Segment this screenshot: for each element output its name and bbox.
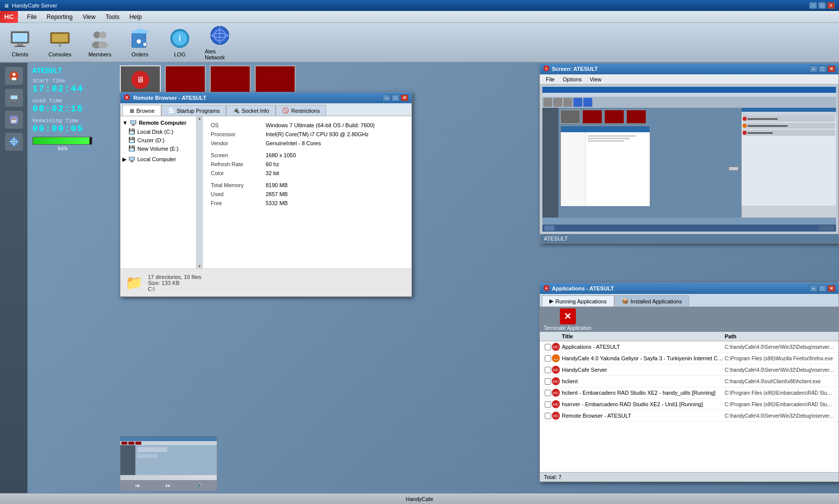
rb-close[interactable]: ✕ <box>401 94 409 101</box>
close-btn[interactable]: ✕ <box>827 2 835 9</box>
scroll-up[interactable]: ▲ <box>197 116 202 121</box>
apps-row-2[interactable]: 🦊 HandyCafe 4.0 Yakında Geliyor - Sayfa … <box>540 353 839 364</box>
toolbar-clients[interactable]: Clients <box>5 27 35 57</box>
tab-socket[interactable]: 🔌 Socket Info <box>226 105 276 116</box>
prev-tray <box>819 226 834 231</box>
apps-row-4[interactable]: HC hclient C:\handyCafe\4.0\out\Client\x… <box>540 376 839 387</box>
svg-rect-24 <box>10 95 17 99</box>
apps-row-5-path: C:\Program Files (x86)\Embarcadero\RAD S… <box>725 390 835 396</box>
socket-tab-icon: 🔌 <box>233 107 240 114</box>
tab-running-apps[interactable]: ▶ Running Applications <box>542 295 614 306</box>
prev-menubar <box>542 93 836 97</box>
toolbar-consoles[interactable]: Consoles <box>45 27 75 57</box>
client-thumb-1[interactable] <box>165 65 206 94</box>
disk-icon-e: 💾 <box>128 145 135 152</box>
menu-help[interactable]: Help <box>124 11 147 22</box>
sidebar-icon-3[interactable]: ☕ <box>5 111 23 129</box>
menu-file[interactable]: File <box>22 11 41 22</box>
tree-root[interactable]: ▼ Remote Computer <box>122 118 200 127</box>
apps-row-7-icon: HC <box>552 412 560 420</box>
apps-close[interactable]: ✕ <box>828 285 836 292</box>
tab-startup[interactable]: 📄 Startup Programs <box>161 105 226 116</box>
prev-main <box>558 108 741 218</box>
apps-footer: Total: 7 <box>540 472 839 482</box>
apps-maximize[interactable]: □ <box>819 285 827 292</box>
toolbar-orders[interactable]: Orders <box>125 27 155 57</box>
apps-row-3[interactable]: HC HandyCafe Server C:\handyCafe\4.0\Ser… <box>540 364 839 376</box>
prev-row3-icon <box>743 131 747 135</box>
apps-row-2-check[interactable] <box>544 355 552 362</box>
screen-menu-file[interactable]: File <box>542 76 559 82</box>
svg-rect-36 <box>131 121 135 124</box>
apps-row-1-check[interactable] <box>544 344 552 350</box>
apps-row-7[interactable]: HC Remote Browser - ATESULT C:\handyCafe… <box>540 410 839 422</box>
rb-maximize[interactable]: □ <box>392 94 400 101</box>
apps-row-4-check[interactable] <box>544 378 552 385</box>
tree-local[interactable]: ▶ Local Computer <box>122 155 200 164</box>
tree-item-d[interactable]: 💾 Cruzer (D:) <box>128 136 200 144</box>
apps-row-5[interactable]: HC hclient - Embarcadero RAD Studio XE2 … <box>540 387 839 399</box>
toolbar-ates[interactable]: Ates Network <box>205 24 235 60</box>
apps-row-6[interactable]: HC hserver - Embarcadero RAD Studio XE2 … <box>540 399 839 410</box>
apps-col-check-header <box>544 333 554 339</box>
apps-row-3-check[interactable] <box>544 367 552 373</box>
tree-item-e[interactable]: 💾 New Volume (E:) <box>128 144 200 153</box>
svg-text:R: R <box>125 96 128 99</box>
tree-item-c[interactable]: 💾 Local Disk (C:) <box>128 127 200 136</box>
screen-close[interactable]: ✕ <box>828 65 836 72</box>
thumb-icon-3 <box>135 442 141 445</box>
info-free: Free 5332 MB <box>211 200 404 206</box>
apps-row-3-title: HandyCafe Server <box>562 367 725 373</box>
toolbar-log[interactable]: i LOG <box>165 27 195 57</box>
prev-right-menu <box>742 112 836 115</box>
screen-menu-view[interactable]: View <box>586 76 606 82</box>
prev-row1-text <box>748 118 778 120</box>
maximize-btn[interactable]: □ <box>818 2 826 9</box>
client-thumb-2[interactable] <box>210 65 251 94</box>
thumb-ctrl-2[interactable]: ⏭ <box>166 483 170 488</box>
terminate-application-btn[interactable]: ✕ Terminate Application <box>544 308 591 331</box>
client-thumb-3[interactable] <box>255 65 296 94</box>
running-apps-icon: ▶ <box>549 298 553 304</box>
apps-row-7-check[interactable] <box>544 413 552 419</box>
prev-line1 <box>588 135 636 137</box>
apps-row-6-title: hserver - Embarcadero RAD Studio XE2 - U… <box>562 401 725 407</box>
info-os: OS Windows 7 Ultimate (64-bit OS / Build… <box>211 122 404 128</box>
thumb-toolbar <box>120 441 217 445</box>
disk-icon-d: 💾 <box>128 137 135 143</box>
thumb-ctrl-1[interactable]: ⏮ <box>135 483 140 488</box>
consoles-icon <box>49 27 71 49</box>
rb-minimize[interactable]: – <box>383 94 391 101</box>
apps-row-1-icon: HC <box>552 343 560 351</box>
sidebar-icon-4[interactable] <box>5 133 23 151</box>
tab-installed-apps[interactable]: 📦 Installed Applications <box>614 295 690 306</box>
menu-reporting[interactable]: Reporting <box>41 11 77 22</box>
toolbar-clients-label: Clients <box>11 51 28 57</box>
minimize-btn[interactable]: – <box>809 2 817 9</box>
svg-rect-3 <box>14 46 25 47</box>
ates-icon <box>209 24 231 46</box>
toolbar-members[interactable]: Members <box>85 27 115 57</box>
apps-row-1[interactable]: HC Applications - ATESULT C:\handyCafe\4… <box>540 341 839 353</box>
sidebar-icon-2[interactable] <box>5 89 23 107</box>
thumb-ctrl-3[interactable]: 🔊 <box>196 483 202 488</box>
tab-browse[interactable]: 🖥 Browse <box>122 105 161 116</box>
client-thumb-active[interactable]: 🖥 <box>120 65 161 94</box>
screen-minimize[interactable]: – <box>810 65 818 72</box>
rb-scrollbar[interactable]: ▲ ▼ <box>196 116 202 268</box>
thumb-controls[interactable]: ⏮ ⏭ 🔊 <box>120 480 217 491</box>
apps-row-5-check[interactable] <box>544 390 552 396</box>
screen-maximize[interactable]: □ <box>819 65 827 72</box>
apps-minimize[interactable]: – <box>810 285 818 292</box>
menu-tools[interactable]: Tools <box>100 11 124 22</box>
scroll-down[interactable]: ▼ <box>197 264 202 268</box>
menu-view[interactable]: View <box>77 11 100 22</box>
screen-window-icon: S <box>543 65 550 73</box>
apps-row-6-check[interactable] <box>544 401 552 408</box>
thumb-sidebar <box>120 445 135 475</box>
bottom-thumbnail[interactable]: ⏮ ⏭ 🔊 <box>120 436 217 491</box>
sidebar-icon-1[interactable] <box>5 67 23 85</box>
computer-icon <box>130 119 137 126</box>
tab-restrictions[interactable]: 🚫 Restrictions <box>276 105 326 116</box>
screen-menu-options[interactable]: Options <box>559 76 586 82</box>
